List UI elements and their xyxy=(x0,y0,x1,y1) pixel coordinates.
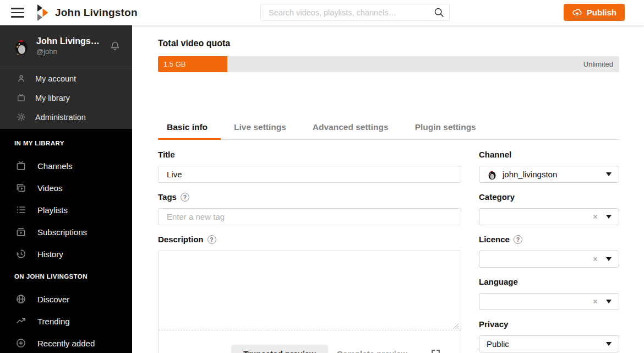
help-icon[interactable]: ? xyxy=(208,235,216,244)
chevron-down-icon xyxy=(606,172,612,176)
history-clock-icon xyxy=(15,248,26,259)
clear-icon[interactable]: × xyxy=(593,297,598,306)
subscriptions-icon xyxy=(15,226,26,237)
videos-icon xyxy=(15,182,26,193)
title-input[interactable] xyxy=(158,166,461,183)
quota-used-label: 1.5 GB xyxy=(163,60,185,68)
sidebar-item-recently-added[interactable]: Recently added xyxy=(0,332,132,353)
sidebar-item-label: Subscriptions xyxy=(37,227,87,237)
sidebar-item-history[interactable]: History xyxy=(0,243,132,265)
description-label: Description ? xyxy=(158,235,461,244)
search-input[interactable] xyxy=(260,4,450,21)
playlist-icon xyxy=(15,204,26,215)
user-block[interactable]: John Livings… @john xyxy=(0,25,132,67)
tab-plugin-settings[interactable]: Plugin settings xyxy=(402,117,489,140)
quota-progressbar: 1.5 GB Unlimited xyxy=(158,56,619,72)
search-icon[interactable] xyxy=(433,7,445,18)
menu-label: My account xyxy=(35,74,76,83)
privacy-label: Privacy xyxy=(479,319,619,329)
chevron-down-icon xyxy=(606,215,612,219)
sidebar-item-discover[interactable]: Discover xyxy=(0,288,132,310)
sidebar-item-trending[interactable]: Trending xyxy=(0,310,132,332)
basic-info-form: Title Tags ? Description ? xyxy=(158,140,619,353)
settings-tabs: Basic info Live settings Advanced settin… xyxy=(158,117,619,140)
tv-icon xyxy=(15,160,26,171)
privacy-value: Public xyxy=(487,339,509,349)
globe-icon xyxy=(15,294,26,305)
main-content: Total video quota 1.5 GB Unlimited Basic… xyxy=(132,25,644,353)
sidebar-item-label: Videos xyxy=(37,183,63,193)
channel-label: Channel xyxy=(479,150,619,159)
clear-icon[interactable]: × xyxy=(593,255,598,264)
publish-button[interactable]: Publish xyxy=(564,4,625,21)
chevron-down-icon xyxy=(606,342,612,346)
gear-icon xyxy=(17,112,26,122)
tags-label: Tags ? xyxy=(158,192,461,202)
sidebar-item-label: Trending xyxy=(37,317,70,326)
trending-up-icon xyxy=(15,316,26,327)
quota-title: Total video quota xyxy=(158,39,619,48)
language-select[interactable]: × xyxy=(479,293,619,310)
sidebar-item-label: Playlists xyxy=(37,205,68,215)
resize-handle-icon[interactable] xyxy=(453,323,459,329)
peertube-app: John Livingston Publish xyxy=(0,0,644,353)
tags-input[interactable] xyxy=(158,208,461,225)
sidebar-item-label: Discover xyxy=(37,295,69,304)
avatar xyxy=(12,37,31,56)
form-right-column: Channel john_livingston Category xyxy=(479,140,619,353)
notifications-bell-icon[interactable] xyxy=(109,40,121,52)
publish-label: Publish xyxy=(587,8,616,17)
quota-used-bar: 1.5 GB xyxy=(158,56,227,72)
truncated-preview-button[interactable]: Truncated preview xyxy=(231,345,328,353)
person-icon xyxy=(17,74,26,83)
peertube-logo-icon[interactable] xyxy=(37,4,48,21)
fullscreen-icon[interactable] xyxy=(430,349,441,353)
help-icon[interactable]: ? xyxy=(514,235,522,244)
sidebar-item-playlists[interactable]: Playlists xyxy=(0,199,132,221)
description-textarea[interactable] xyxy=(159,251,461,330)
channel-avatar xyxy=(487,169,498,180)
tab-live-settings[interactable]: Live settings xyxy=(221,117,299,140)
tab-basic-info[interactable]: Basic info xyxy=(158,117,221,140)
help-icon[interactable]: ? xyxy=(181,193,189,202)
upload-cloud-icon xyxy=(572,7,582,18)
sidebar-item-channels[interactable]: Channels xyxy=(0,155,132,177)
language-label: Language xyxy=(479,277,619,286)
tv-icon xyxy=(17,93,26,102)
menu-label: Administration xyxy=(35,113,86,122)
sidebar-item-label: History xyxy=(37,249,63,259)
sidebar-item-subscriptions[interactable]: Subscriptions xyxy=(0,221,132,243)
sidebar-item-label: Channels xyxy=(37,161,72,171)
chevron-down-icon xyxy=(606,257,612,261)
form-left-column: Title Tags ? Description ? xyxy=(158,140,461,353)
top-header: John Livingston Publish xyxy=(0,0,644,25)
clear-icon[interactable]: × xyxy=(593,213,598,221)
licence-select[interactable]: × xyxy=(479,251,619,268)
sidebar-item-my-account[interactable]: My account xyxy=(0,69,132,88)
account-menu: My account My library Administration xyxy=(0,67,132,129)
chevron-down-icon xyxy=(606,300,612,303)
category-select[interactable]: × xyxy=(479,208,619,225)
privacy-select[interactable]: Public xyxy=(479,335,619,352)
sidebar-item-label: Recently added xyxy=(37,339,95,348)
category-label: Category xyxy=(479,192,619,202)
tab-advanced-settings[interactable]: Advanced settings xyxy=(299,117,402,140)
plus-circle-icon xyxy=(15,338,26,349)
sidebar-item-my-library[interactable]: My library xyxy=(0,88,132,107)
library-section-title: IN MY LIBRARY xyxy=(14,140,132,146)
menu-label: My library xyxy=(35,94,70,102)
preview-toolbar: Truncated preview Complete preview xyxy=(159,330,461,353)
search-bar xyxy=(260,4,450,21)
channel-select[interactable]: john_livingston xyxy=(479,166,619,183)
title-label: Title xyxy=(158,150,461,159)
sidebar-item-videos[interactable]: Videos xyxy=(0,177,132,199)
user-name: John Livings… xyxy=(36,36,100,46)
user-meta: John Livings… @john xyxy=(36,36,100,56)
instance-title[interactable]: John Livingston xyxy=(55,7,138,19)
description-editor: Truncated preview Complete preview xyxy=(158,251,461,353)
licence-label: Licence ? xyxy=(479,235,619,244)
sidebar: John Livings… @john My account My librar… xyxy=(0,25,132,353)
sidebar-item-administration[interactable]: Administration xyxy=(0,107,132,127)
menu-toggle-icon[interactable] xyxy=(11,8,24,18)
complete-preview-button[interactable]: Complete preview xyxy=(337,349,407,353)
